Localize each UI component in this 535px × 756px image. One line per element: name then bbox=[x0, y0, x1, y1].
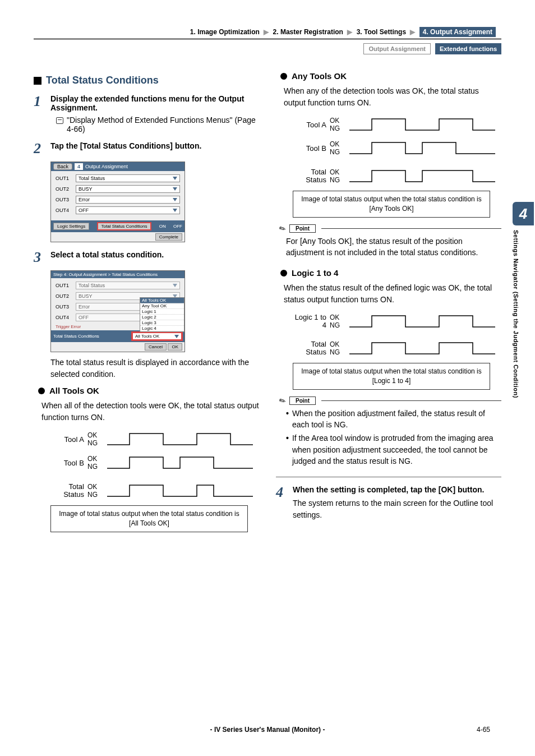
crumb-3: 3. Tool Settings bbox=[357, 28, 406, 36]
waveform-icon bbox=[343, 165, 501, 187]
divider bbox=[321, 228, 501, 229]
step-3-note: The total status result is displayed in … bbox=[50, 357, 259, 380]
right-column: Any Tools OK When any of the detection t… bbox=[276, 71, 501, 532]
selected-condition-dropdown[interactable]: All Tools OK bbox=[132, 332, 182, 340]
tag-extended-functions: Extended functions bbox=[435, 43, 501, 54]
sub-heading: Logic 1 to 4 bbox=[280, 268, 501, 278]
chevron-down-icon bbox=[173, 177, 177, 180]
out2-dropdown[interactable]: BUSY bbox=[76, 185, 180, 193]
option-all-tools-ok[interactable]: All Tools OK bbox=[140, 298, 184, 303]
all-tools-ok-title: All Tools OK bbox=[49, 386, 99, 395]
back-button[interactable]: Back bbox=[53, 163, 72, 170]
option-logic-3[interactable]: Logic 3 bbox=[140, 320, 184, 326]
waveform-icon bbox=[343, 310, 501, 333]
tool-a-label: Tool A bbox=[50, 435, 84, 444]
chevron-down-icon bbox=[173, 209, 177, 212]
out4-dropdown[interactable]: OFF bbox=[76, 206, 180, 214]
out1-dropdown[interactable]: Total Status bbox=[76, 174, 180, 182]
out1-label: OUT1 bbox=[56, 283, 71, 288]
options-list[interactable]: All Tools OK Any Tool OK Logic 1 Logic 2… bbox=[140, 297, 185, 332]
total-status-label: Total Status bbox=[293, 168, 326, 185]
chevron-down-icon bbox=[173, 187, 177, 191]
divider bbox=[34, 38, 501, 40]
sub-heading: Any Tools OK bbox=[280, 71, 501, 81]
diagram-logic: Logic 1 to 4 OKNG Total Status OKNG bbox=[293, 310, 501, 359]
waveform-icon bbox=[101, 480, 259, 502]
logic-desc: When the status result of the defined lo… bbox=[284, 282, 501, 306]
waveform-icon bbox=[343, 337, 501, 359]
tool-b-label: Tool B bbox=[293, 144, 326, 153]
step-number: 4 bbox=[276, 485, 287, 521]
logic-label: Logic 1 to 4 bbox=[293, 314, 326, 330]
tool-b-label: Tool B bbox=[50, 459, 84, 467]
screenshot-output-assignment: Back 4 Output Assignment OUT1Total Statu… bbox=[50, 162, 185, 242]
off-label: OFF bbox=[173, 224, 182, 229]
waveform-icon bbox=[101, 451, 259, 474]
out4-label: OUT4 bbox=[56, 208, 71, 213]
option-logic-1[interactable]: Logic 1 bbox=[140, 309, 184, 315]
chapter-title: Settings Navigator (Setting the Judgment… bbox=[513, 225, 525, 403]
section-heading: Total Status Conditions bbox=[34, 75, 259, 86]
waveform-icon bbox=[343, 113, 501, 136]
point-label: Point bbox=[289, 224, 316, 233]
waveform-icon bbox=[101, 428, 259, 450]
page: 1. Image Optimization ▶ 2. Master Regist… bbox=[0, 0, 535, 756]
any-tools-ok-title: Any Tools OK bbox=[292, 71, 347, 81]
option-logic-4[interactable]: Logic 4 bbox=[140, 326, 184, 331]
complete-button[interactable]: Complete bbox=[155, 233, 182, 241]
chevron-right-icon: ▶ bbox=[264, 28, 269, 36]
step-4: 4 When the setting is completed, tap the… bbox=[276, 485, 501, 521]
step-1: 1 Display the extended functions menu fo… bbox=[34, 94, 259, 133]
point-2-item-1: When the position adjustment failed, the… bbox=[292, 408, 501, 431]
crumb-4: 4. Output Assignment bbox=[419, 27, 496, 37]
caption-all-tools-ok: Image of total status output when the to… bbox=[50, 505, 248, 532]
cancel-button[interactable]: Cancel bbox=[145, 343, 167, 351]
step-number: 1 bbox=[34, 94, 45, 133]
chevron-down-icon bbox=[173, 198, 177, 201]
pen-icon: ✎ bbox=[278, 395, 288, 407]
side-tab: 4 Settings Navigator (Setting the Judgme… bbox=[513, 202, 535, 403]
tool-a-label: Tool A bbox=[293, 121, 326, 129]
chevron-right-icon: ▶ bbox=[410, 28, 415, 36]
circle-bullet-icon bbox=[38, 388, 45, 394]
total-status-conditions-button[interactable]: Total Status Conditions bbox=[97, 222, 152, 231]
point-callout: ✎ Point bbox=[279, 397, 501, 405]
step-3-title: Select a total status condition. bbox=[50, 250, 259, 259]
out4-label: OUT4 bbox=[56, 315, 71, 320]
screen-title: Output Assignment bbox=[85, 164, 128, 169]
out2-label: OUT2 bbox=[56, 293, 71, 299]
footer-center: - IV Series User's Manual (Monitor) - bbox=[210, 726, 325, 734]
reference-text: "Display Method of Extended Functions Me… bbox=[67, 116, 259, 133]
ok-button[interactable]: OK bbox=[168, 343, 182, 351]
book-icon bbox=[56, 117, 63, 124]
step-4-note: The system returns to the main screen fo… bbox=[293, 497, 501, 521]
step-2: 2 Tap the [Total Status Conditions] butt… bbox=[34, 141, 259, 156]
caption-logic: Image of total status output when the to… bbox=[293, 363, 490, 390]
page-number: 4-65 bbox=[477, 726, 490, 734]
step-3: 3 Select a total status condition. bbox=[34, 250, 259, 265]
option-any-tool-ok[interactable]: Any Tool OK bbox=[140, 303, 184, 309]
point-label: Point bbox=[289, 397, 316, 405]
circle-bullet-icon bbox=[280, 270, 287, 276]
diagram-any-tools-ok: Tool A OKNG Tool B OKNG Total Status OKN… bbox=[293, 113, 501, 187]
step-number: 2 bbox=[34, 141, 45, 156]
square-bullet-icon bbox=[34, 77, 41, 85]
step-number: 3 bbox=[34, 250, 45, 265]
out3-dropdown[interactable]: Error bbox=[76, 196, 180, 204]
on-label: ON bbox=[159, 224, 166, 229]
chevron-right-icon: ▶ bbox=[347, 28, 352, 36]
total-status-label: Total Status bbox=[293, 340, 326, 357]
logic-title: Logic 1 to 4 bbox=[292, 268, 338, 278]
out2-label: OUT2 bbox=[56, 186, 71, 192]
tag-output-assignment: Output Assignment bbox=[363, 43, 431, 54]
option-logic-2[interactable]: Logic 2 bbox=[140, 315, 184, 320]
step-4-title: When the setting is completed, tap the [… bbox=[293, 485, 501, 494]
logic-settings-button[interactable]: Logic Settings bbox=[53, 223, 89, 230]
breadcrumb: 1. Image Optimization ▶ 2. Master Regist… bbox=[34, 28, 501, 36]
divider bbox=[276, 477, 501, 477]
point-2-body: When the position adjustment failed, the… bbox=[286, 408, 501, 467]
out1-dropdown: Total Status bbox=[76, 282, 180, 289]
diagram-all-tools-ok: Tool A OKNG Tool B OKNG Total Status OKN… bbox=[50, 428, 259, 502]
point-callout: ✎ Point bbox=[279, 224, 501, 233]
crumb-1: 1. Image Optimization bbox=[190, 28, 260, 36]
